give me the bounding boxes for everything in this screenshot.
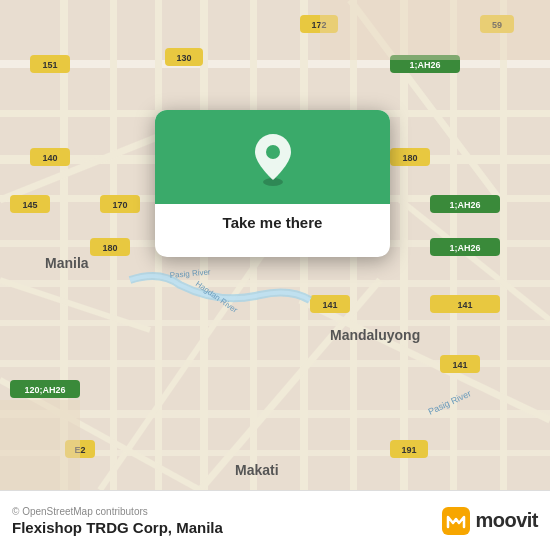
svg-text:141: 141	[452, 360, 467, 370]
svg-text:1;AH26: 1;AH26	[449, 243, 480, 253]
svg-text:1;AH26: 1;AH26	[449, 200, 480, 210]
svg-text:Makati: Makati	[235, 462, 279, 478]
svg-rect-70	[0, 400, 80, 490]
moovit-logo: moovit	[442, 507, 538, 535]
svg-rect-1	[0, 60, 550, 68]
svg-text:145: 145	[22, 200, 37, 210]
svg-rect-71	[320, 0, 550, 60]
svg-text:140: 140	[42, 153, 57, 163]
svg-text:Manila: Manila	[45, 255, 89, 271]
svg-text:1;AH26: 1;AH26	[409, 60, 440, 70]
popup-green-area	[155, 110, 390, 204]
place-name: Flexishop TRDG Corp, Manila	[12, 519, 223, 536]
svg-text:180: 180	[402, 153, 417, 163]
svg-text:180: 180	[102, 243, 117, 253]
svg-text:191: 191	[401, 445, 416, 455]
location-pin-icon	[251, 132, 295, 186]
svg-text:170: 170	[112, 200, 127, 210]
take-me-there-button[interactable]: Take me there	[171, 204, 374, 241]
bottom-left: © OpenStreetMap contributors Flexishop T…	[12, 506, 223, 536]
svg-text:Mandaluyong: Mandaluyong	[330, 327, 420, 343]
svg-text:141: 141	[457, 300, 472, 310]
svg-text:151: 151	[42, 60, 57, 70]
map-container: 151 130 172 59 140 145 170 180 180 1;AH2…	[0, 0, 550, 490]
svg-rect-7	[0, 320, 550, 326]
svg-rect-20	[500, 0, 507, 490]
moovit-text: moovit	[475, 509, 538, 532]
popup-card: Take me there	[155, 110, 390, 257]
svg-rect-6	[0, 280, 550, 287]
svg-text:130: 130	[176, 53, 191, 63]
svg-rect-9	[0, 410, 550, 418]
bottom-bar: © OpenStreetMap contributors Flexishop T…	[0, 490, 550, 550]
svg-point-74	[266, 145, 280, 159]
map-attribution: © OpenStreetMap contributors	[12, 506, 223, 517]
moovit-icon	[442, 507, 470, 535]
svg-text:141: 141	[322, 300, 337, 310]
svg-text:120;AH26: 120;AH26	[24, 385, 65, 395]
